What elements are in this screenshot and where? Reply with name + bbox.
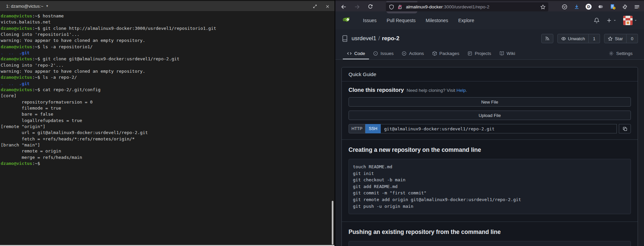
http-protocol-button[interactable]: HTTP: [349, 124, 365, 133]
tab-projects[interactable]: Projects: [463, 48, 495, 59]
terminal-line: logallrefupdates = true: [1, 118, 334, 124]
close-window-icon[interactable]: [323, 2, 332, 11]
repo-owner-link[interactable]: usrdevel1: [352, 35, 376, 42]
watch-count[interactable]: 1: [589, 34, 600, 43]
quick-guide-panel: Quick Guide Clone this repository Need h…: [341, 67, 638, 246]
repo-header: usrdevel1/repo-2 Unwatch 1 Star 0: [335, 29, 644, 48]
insecure-lock-icon[interactable]: [397, 4, 403, 10]
terminal-line: [core]: [1, 93, 334, 99]
url-bar[interactable]: almalinux9-docker:3000/usrdevel1/repo-2: [386, 2, 548, 11]
clone-help-text: Need help cloning? Visit Help.: [407, 88, 467, 93]
push-repo-section: Pushing an existing repository from the …: [342, 222, 638, 246]
tab-issues[interactable]: Issues: [369, 48, 398, 59]
terminal-line: dzamo@victus:~$ git clone http://almalin…: [1, 25, 334, 32]
tab-actions[interactable]: Actions: [398, 48, 428, 59]
tab-code[interactable]: Code: [343, 48, 369, 59]
terminal-line: [remote "origin"]: [1, 124, 334, 130]
terminal-line: . .. .git: [1, 50, 334, 56]
terminal-window: 1: dzamo@victus:~ ▼ dzamo@victus:~$ host…: [0, 0, 334, 246]
new-file-button[interactable]: New File: [349, 97, 631, 107]
terminal-line: Cloning into 'repo-2'...: [1, 62, 334, 68]
create-repo-heading: Creating a new repository on the command…: [349, 146, 631, 153]
extensions-puzzle-icon[interactable]: [620, 2, 630, 11]
back-button[interactable]: [339, 2, 348, 11]
nav-item-issues[interactable]: Issues: [363, 18, 376, 23]
upload-file-button[interactable]: Upload File: [349, 111, 631, 120]
chevron-down-icon: [634, 19, 637, 22]
browser-window: almalinux9-docker:3000/usrdevel1/repo-2 …: [334, 0, 644, 246]
pocket-icon[interactable]: [560, 2, 569, 11]
refresh-button[interactable]: [366, 2, 375, 11]
star-count[interactable]: 0: [627, 34, 638, 43]
url-text: almalinux9-docker:3000/usrdevel1/repo-2: [406, 4, 489, 9]
create-new-button[interactable]: [606, 18, 616, 23]
repo-icon: [341, 35, 348, 42]
repo-title: usrdevel1/repo-2: [352, 35, 399, 42]
terminal-line: dzamo@victus:~$ hostname: [1, 13, 334, 19]
terminal-line: Cloning into 'repositorio1'...: [1, 32, 334, 38]
tracking-shield-icon[interactable]: [389, 4, 394, 10]
menu-hamburger-icon[interactable]: [632, 2, 642, 11]
translate-extension-icon[interactable]: [608, 2, 617, 11]
nav-item-explore[interactable]: Explore: [458, 18, 474, 23]
notifications-bell-icon[interactable]: [594, 17, 600, 23]
nav-item-pull-requests[interactable]: Pull Requests: [386, 18, 415, 23]
browser-toolbar: almalinux9-docker:3000/usrdevel1/repo-2 …: [335, 0, 644, 11]
terminal-line: dzamo@victus:~$ git clone git@almalinux9…: [1, 56, 334, 62]
terminal-line: url = git@almalinux9-docker:usrdevel1/re…: [1, 130, 334, 136]
download-icon[interactable]: [572, 2, 581, 11]
push-repo-heading: Pushing an existing repository from the …: [349, 229, 631, 236]
bookmark-star-icon[interactable]: [540, 4, 546, 10]
terminal-line: bare = false: [1, 111, 334, 117]
terminal-line: filemode = true: [1, 105, 334, 111]
terminal-line: dzamo@victus:~$ cat repo-2/.git/config: [1, 87, 334, 93]
panel-title: Quick Guide: [342, 67, 638, 81]
terminal-scrollbar[interactable]: [332, 201, 333, 245]
terminal-line: warning: You appear to have cloned an em…: [1, 68, 334, 74]
create-repo-code-block: touch README.md git init git checkout -b…: [349, 159, 631, 214]
watch-button-group: Unwatch 1: [557, 34, 600, 43]
terminal-line: warning: You appear to have cloned an em…: [1, 38, 334, 44]
repo-tabbar: CodeIssuesActionsPackagesProjectsWikiSet…: [335, 48, 644, 60]
help-link[interactable]: Help: [456, 88, 466, 93]
duckduckgo-extension-icon[interactable]: D: [584, 2, 593, 11]
terminal-line: dzamo@victus:~$ ls -a repo-2/: [1, 74, 334, 80]
copy-url-button[interactable]: [619, 124, 631, 133]
terminal-line: . .. .git: [1, 81, 334, 87]
terminal-line: dzamo@victus:~$: [1, 161, 334, 167]
repo-content: Quick Guide Clone this repository Need h…: [335, 60, 644, 246]
terminal-title: 1: dzamo@victus:~: [6, 4, 43, 9]
star-button[interactable]: Star: [604, 34, 627, 43]
terminal-line: fetch = +refs/heads/*:refs/remotes/origi…: [1, 136, 334, 142]
terminal-line: repositoryformatversion = 0: [1, 99, 334, 105]
svg-text:D: D: [587, 5, 590, 9]
terminal-line: victus.balaitus.net: [1, 19, 334, 25]
push-repo-code-block: [349, 241, 631, 246]
avatar: [623, 16, 633, 25]
terminal-line: merge = refs/heads/main: [1, 155, 334, 161]
tab-settings[interactable]: Settings: [605, 48, 637, 59]
unwatch-button[interactable]: Unwatch: [557, 34, 589, 43]
tab-packages[interactable]: Packages: [428, 48, 463, 59]
user-menu[interactable]: [623, 16, 637, 25]
star-button-group: Star 0: [604, 34, 638, 43]
privacy-circles-extension-icon[interactable]: [596, 2, 605, 11]
ssh-protocol-button[interactable]: SSH: [365, 124, 381, 133]
terminal-line: remote = origin: [1, 148, 334, 154]
rss-feed-button[interactable]: [541, 34, 553, 43]
chevron-down-icon: [613, 19, 616, 22]
gitea-logo[interactable]: [342, 15, 352, 25]
terminal-line: dzamo@victus:~$ ls -a repositorio1/: [1, 44, 334, 50]
clone-heading: Clone this repository: [349, 87, 404, 93]
create-repo-section: Creating a new repository on the command…: [342, 140, 638, 222]
restore-window-icon[interactable]: [310, 2, 320, 11]
repo-name-link[interactable]: repo-2: [382, 35, 399, 42]
chevron-down-icon[interactable]: ▼: [46, 4, 49, 8]
forward-button[interactable]: [352, 2, 362, 11]
gitea-navbar: IssuesPull RequestsMilestonesExplore: [335, 11, 644, 29]
tab-wiki[interactable]: Wiki: [495, 48, 519, 59]
nav-item-milestones[interactable]: Milestones: [426, 18, 448, 23]
terminal-output: dzamo@victus:~$ hostnamevictus.balaitus.…: [0, 11, 334, 167]
terminal-titlebar: 1: dzamo@victus:~ ▼: [0, 0, 334, 11]
clone-url-input[interactable]: [381, 124, 617, 133]
